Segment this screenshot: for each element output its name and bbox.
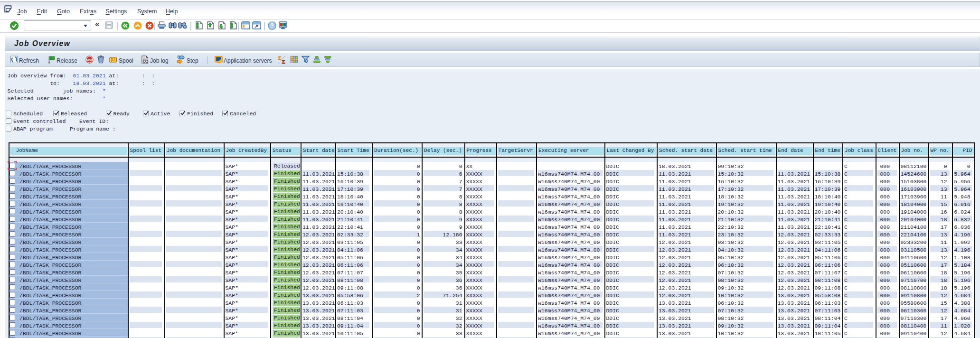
svg-text:?: ? — [270, 22, 273, 29]
svg-text:STOP: STOP — [86, 58, 93, 61]
